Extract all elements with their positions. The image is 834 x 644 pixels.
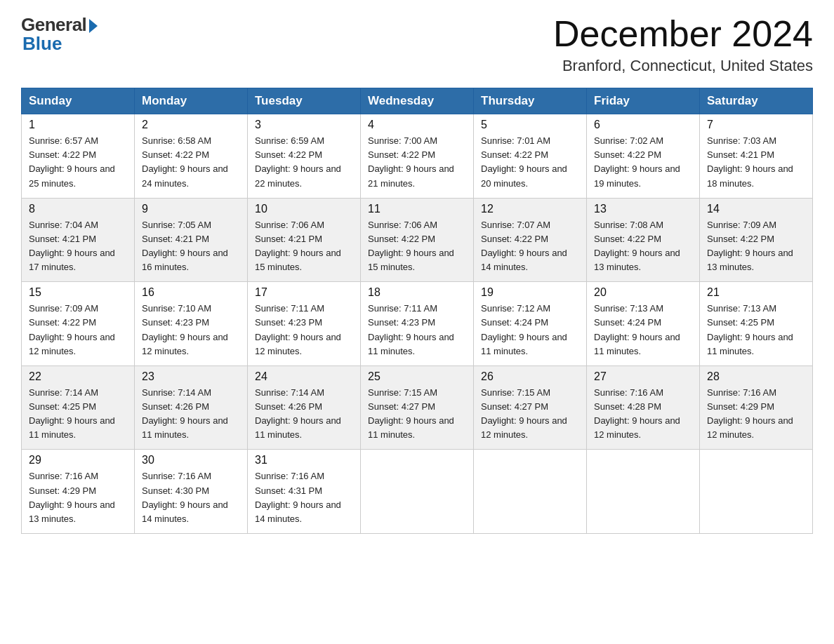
logo-blue-text: Blue — [22, 33, 62, 55]
calendar-week-row: 22 Sunrise: 7:14 AM Sunset: 4:25 PM Dayl… — [22, 365, 813, 450]
day-info: Sunrise: 7:06 AM Sunset: 4:21 PM Dayligh… — [255, 218, 353, 275]
calendar-cell: 16 Sunrise: 7:10 AM Sunset: 4:23 PM Dayl… — [135, 282, 248, 366]
day-number: 15 — [29, 286, 127, 299]
day-number: 17 — [255, 286, 353, 299]
calendar-cell — [700, 450, 813, 534]
calendar-cell: 1 Sunrise: 6:57 AM Sunset: 4:22 PM Dayli… — [22, 114, 135, 199]
day-info: Sunrise: 7:16 AM Sunset: 4:28 PM Dayligh… — [594, 386, 692, 443]
day-info: Sunrise: 7:16 AM Sunset: 4:30 PM Dayligh… — [142, 469, 240, 526]
calendar-cell: 14 Sunrise: 7:09 AM Sunset: 4:22 PM Dayl… — [700, 198, 813, 282]
day-info: Sunrise: 7:09 AM Sunset: 4:22 PM Dayligh… — [29, 302, 127, 358]
day-number: 27 — [594, 370, 692, 383]
day-info: Sunrise: 7:01 AM Sunset: 4:22 PM Dayligh… — [481, 134, 579, 191]
day-number: 23 — [142, 370, 240, 383]
calendar-cell: 2 Sunrise: 6:58 AM Sunset: 4:22 PM Dayli… — [135, 114, 248, 199]
day-number: 16 — [142, 286, 240, 299]
calendar-header-friday: Friday — [587, 88, 700, 114]
calendar-header-sunday: Sunday — [22, 88, 135, 114]
day-number: 6 — [594, 119, 692, 131]
day-info: Sunrise: 7:03 AM Sunset: 4:21 PM Dayligh… — [707, 134, 805, 191]
calendar-week-row: 15 Sunrise: 7:09 AM Sunset: 4:22 PM Dayl… — [22, 282, 813, 366]
day-info: Sunrise: 7:02 AM Sunset: 4:22 PM Dayligh… — [594, 134, 692, 191]
day-number: 1 — [29, 119, 127, 131]
calendar-cell: 21 Sunrise: 7:13 AM Sunset: 4:25 PM Dayl… — [700, 282, 813, 366]
location-text: Branford, Connecticut, United States — [553, 57, 813, 75]
title-area: December 2024 Branford, Connecticut, Uni… — [553, 14, 813, 75]
day-number: 2 — [142, 119, 240, 131]
calendar-header-row: SundayMondayTuesdayWednesdayThursdayFrid… — [22, 88, 813, 114]
calendar-week-row: 8 Sunrise: 7:04 AM Sunset: 4:21 PM Dayli… — [22, 198, 813, 282]
calendar-cell: 17 Sunrise: 7:11 AM Sunset: 4:23 PM Dayl… — [248, 282, 361, 366]
day-info: Sunrise: 7:11 AM Sunset: 4:23 PM Dayligh… — [255, 302, 353, 358]
day-info: Sunrise: 7:09 AM Sunset: 4:22 PM Dayligh… — [707, 218, 805, 275]
calendar-cell: 15 Sunrise: 7:09 AM Sunset: 4:22 PM Dayl… — [22, 282, 135, 366]
day-info: Sunrise: 7:14 AM Sunset: 4:25 PM Dayligh… — [29, 386, 127, 443]
day-info: Sunrise: 7:05 AM Sunset: 4:21 PM Dayligh… — [142, 218, 240, 275]
day-info: Sunrise: 7:13 AM Sunset: 4:25 PM Dayligh… — [707, 302, 805, 358]
calendar-cell: 22 Sunrise: 7:14 AM Sunset: 4:25 PM Dayl… — [22, 365, 135, 450]
calendar-cell: 5 Sunrise: 7:01 AM Sunset: 4:22 PM Dayli… — [474, 114, 587, 199]
month-title: December 2024 — [553, 14, 813, 54]
calendar-cell: 4 Sunrise: 7:00 AM Sunset: 4:22 PM Dayli… — [361, 114, 474, 199]
day-info: Sunrise: 7:16 AM Sunset: 4:29 PM Dayligh… — [707, 386, 805, 443]
calendar-cell: 28 Sunrise: 7:16 AM Sunset: 4:29 PM Dayl… — [700, 365, 813, 450]
calendar-cell: 13 Sunrise: 7:08 AM Sunset: 4:22 PM Dayl… — [587, 198, 700, 282]
calendar-cell: 12 Sunrise: 7:07 AM Sunset: 4:22 PM Dayl… — [474, 198, 587, 282]
day-info: Sunrise: 7:15 AM Sunset: 4:27 PM Dayligh… — [481, 386, 579, 443]
day-info: Sunrise: 7:12 AM Sunset: 4:24 PM Dayligh… — [481, 302, 579, 358]
calendar-cell: 24 Sunrise: 7:14 AM Sunset: 4:26 PM Dayl… — [248, 365, 361, 450]
calendar-cell: 30 Sunrise: 7:16 AM Sunset: 4:30 PM Dayl… — [135, 450, 248, 534]
calendar-cell: 9 Sunrise: 7:05 AM Sunset: 4:21 PM Dayli… — [135, 198, 248, 282]
day-number: 28 — [707, 370, 805, 383]
day-info: Sunrise: 7:16 AM Sunset: 4:31 PM Dayligh… — [255, 469, 353, 526]
page-header: General Blue December 2024 Branford, Con… — [21, 14, 813, 75]
calendar-week-row: 1 Sunrise: 6:57 AM Sunset: 4:22 PM Dayli… — [22, 114, 813, 199]
day-number: 12 — [481, 203, 579, 215]
day-number: 26 — [481, 370, 579, 383]
calendar-cell: 11 Sunrise: 7:06 AM Sunset: 4:22 PM Dayl… — [361, 198, 474, 282]
day-number: 9 — [142, 203, 240, 215]
calendar-cell: 20 Sunrise: 7:13 AM Sunset: 4:24 PM Dayl… — [587, 282, 700, 366]
day-info: Sunrise: 7:07 AM Sunset: 4:22 PM Dayligh… — [481, 218, 579, 275]
day-info: Sunrise: 7:14 AM Sunset: 4:26 PM Dayligh… — [142, 386, 240, 443]
day-info: Sunrise: 7:00 AM Sunset: 4:22 PM Dayligh… — [368, 134, 466, 191]
day-number: 10 — [255, 203, 353, 215]
calendar-cell — [587, 450, 700, 534]
calendar-cell: 29 Sunrise: 7:16 AM Sunset: 4:29 PM Dayl… — [22, 450, 135, 534]
day-number: 20 — [594, 286, 692, 299]
day-info: Sunrise: 6:57 AM Sunset: 4:22 PM Dayligh… — [29, 134, 127, 191]
calendar-cell: 7 Sunrise: 7:03 AM Sunset: 4:21 PM Dayli… — [700, 114, 813, 199]
day-info: Sunrise: 7:06 AM Sunset: 4:22 PM Dayligh… — [368, 218, 466, 275]
day-number: 5 — [481, 119, 579, 131]
day-number: 14 — [707, 203, 805, 215]
calendar-week-row: 29 Sunrise: 7:16 AM Sunset: 4:29 PM Dayl… — [22, 450, 813, 534]
day-number: 13 — [594, 203, 692, 215]
day-info: Sunrise: 7:14 AM Sunset: 4:26 PM Dayligh… — [255, 386, 353, 443]
calendar-header-saturday: Saturday — [700, 88, 813, 114]
day-info: Sunrise: 6:59 AM Sunset: 4:22 PM Dayligh… — [255, 134, 353, 191]
day-info: Sunrise: 7:13 AM Sunset: 4:24 PM Dayligh… — [594, 302, 692, 358]
calendar-cell: 27 Sunrise: 7:16 AM Sunset: 4:28 PM Dayl… — [587, 365, 700, 450]
calendar-cell: 26 Sunrise: 7:15 AM Sunset: 4:27 PM Dayl… — [474, 365, 587, 450]
day-number: 8 — [29, 203, 127, 215]
calendar-header-wednesday: Wednesday — [361, 88, 474, 114]
calendar-header-monday: Monday — [135, 88, 248, 114]
day-number: 31 — [255, 454, 353, 467]
calendar-cell: 25 Sunrise: 7:15 AM Sunset: 4:27 PM Dayl… — [361, 365, 474, 450]
day-number: 19 — [481, 286, 579, 299]
day-number: 30 — [142, 454, 240, 467]
day-number: 3 — [255, 119, 353, 131]
day-info: Sunrise: 7:04 AM Sunset: 4:21 PM Dayligh… — [29, 218, 127, 275]
calendar-cell — [474, 450, 587, 534]
day-info: Sunrise: 7:08 AM Sunset: 4:22 PM Dayligh… — [594, 218, 692, 275]
calendar-cell: 19 Sunrise: 7:12 AM Sunset: 4:24 PM Dayl… — [474, 282, 587, 366]
calendar-cell: 10 Sunrise: 7:06 AM Sunset: 4:21 PM Dayl… — [248, 198, 361, 282]
day-number: 21 — [707, 286, 805, 299]
calendar-cell: 18 Sunrise: 7:11 AM Sunset: 4:23 PM Dayl… — [361, 282, 474, 366]
day-number: 29 — [29, 454, 127, 467]
day-info: Sunrise: 7:15 AM Sunset: 4:27 PM Dayligh… — [368, 386, 466, 443]
logo-arrow-icon — [89, 19, 98, 33]
day-number: 7 — [707, 119, 805, 131]
day-number: 4 — [368, 119, 466, 131]
calendar-cell: 8 Sunrise: 7:04 AM Sunset: 4:21 PM Dayli… — [22, 198, 135, 282]
